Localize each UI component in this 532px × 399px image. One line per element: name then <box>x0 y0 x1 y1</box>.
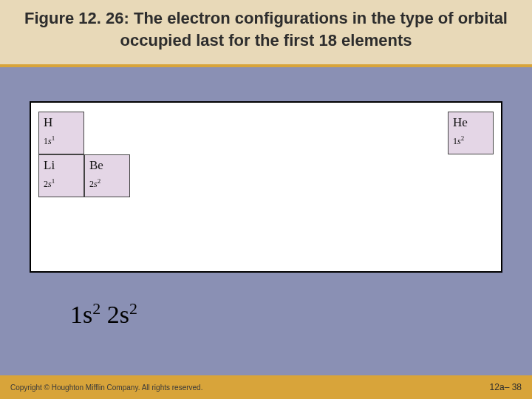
symbol: He <box>453 115 488 130</box>
page-number: 12a– 38 <box>490 382 522 392</box>
title-band: Figure 12. 26: The electron configuratio… <box>0 0 532 64</box>
cell-be: Be 2s2 <box>84 154 130 197</box>
symbol: Be <box>89 158 125 173</box>
electron-config-line: 1s2 2s2 <box>70 299 137 329</box>
slide: Figure 12. 26: The electron configuratio… <box>0 0 532 399</box>
symbol: Li <box>44 158 79 173</box>
config: 1s2 <box>453 134 488 147</box>
copyright-text: Copyright © Houghton Mifflin Company. Al… <box>10 383 202 392</box>
cell-li: Li 2s1 <box>38 154 84 197</box>
figure-title: Figure 12. 26: The electron configuratio… <box>22 7 510 51</box>
cell-h: H 1s1 <box>38 112 84 154</box>
cell-he: He 1s2 <box>448 112 494 154</box>
periodic-figure: H 1s1 He 1s2 Li 2s1 Be 2s2 <box>30 101 502 273</box>
config: 1s1 <box>44 134 79 147</box>
symbol: H <box>44 115 79 130</box>
footer: Copyright © Houghton Mifflin Company. Al… <box>0 375 532 399</box>
separator <box>0 64 532 67</box>
config: 2s1 <box>44 177 79 190</box>
config: 2s2 <box>89 177 125 190</box>
